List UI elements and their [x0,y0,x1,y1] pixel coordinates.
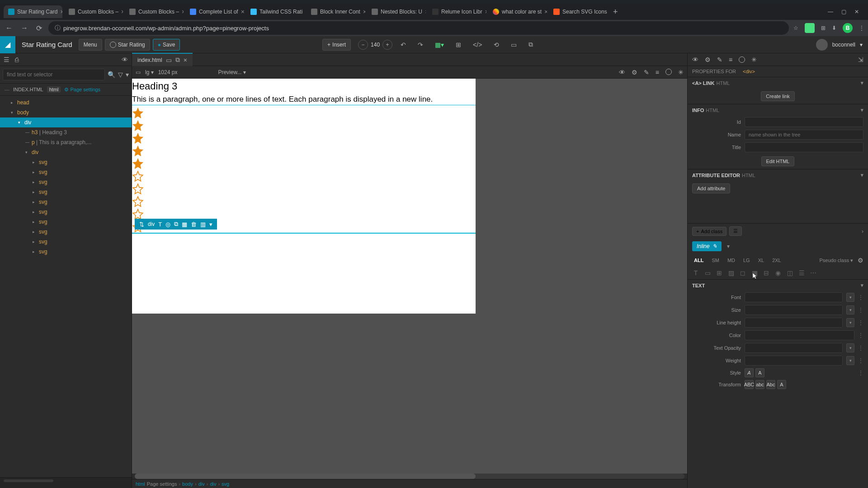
star-filled-icon[interactable] [132,107,144,119]
style-normal-button[interactable]: A [745,368,754,377]
tree-node-svg[interactable]: ▸svg [0,237,132,247]
spacing-cat-icon[interactable]: ⊞ [716,269,723,277]
browser-tab[interactable]: Search SVG Icons× [549,5,608,18]
menu-icon[interactable]: ⋮ [859,25,864,31]
chevron-down-icon[interactable]: ▾ [846,343,854,352]
eye-icon[interactable]: 👁 [692,56,698,63]
bug-icon[interactable]: ✳ [678,69,684,76]
print-icon[interactable]: ⎙ [15,56,19,63]
close-tab-icon[interactable]: × [184,56,187,64]
layout-cat-icon[interactable]: ▦ [751,269,758,277]
chevron-down-icon[interactable]: ▾ [846,356,854,365]
breakpoint-md[interactable]: MD [726,257,737,264]
columns-icon[interactable]: ▥ [200,221,206,228]
profile-icon[interactable]: B [843,23,853,33]
browser-tab[interactable]: Complete List of× [185,5,244,18]
class-icon[interactable]: ≡ [729,56,732,63]
expand-icon[interactable]: ⇲ [858,56,863,63]
browser-tab[interactable]: Block Inner Cont× [307,5,365,18]
new-tab-button[interactable]: + [609,7,622,17]
star-empty-icon[interactable] [132,170,144,182]
class-list-button[interactable]: ☰ [729,226,742,236]
style-italic-button[interactable]: A [755,368,764,377]
effects-cat-icon[interactable]: ◫ [786,269,793,277]
transform-none-button[interactable]: A [777,380,786,389]
copy-icon[interactable]: ⧉ [525,39,537,50]
back-icon[interactable]: ← [4,22,14,34]
settings-icon[interactable]: ⚙ [705,56,711,63]
save-button[interactable]: ●Save [153,39,180,51]
edit-html-button[interactable]: Edit HTML [761,156,795,166]
maximize-icon[interactable]: ▢ [841,9,846,15]
refresh-icon[interactable]: ⟲ [490,39,503,50]
chevron-down-icon[interactable]: ▾ [727,243,730,249]
tree-node-p[interactable]: —p | This is a paragraph,... [0,137,132,147]
flex-cat-icon[interactable]: ⊟ [763,269,770,277]
horizontal-scrollbar[interactable] [135,474,684,479]
transform-upper-button[interactable]: ABC [745,380,754,389]
extensions-icon[interactable]: ⊞ [821,25,826,31]
pinegrow-logo-icon[interactable]: ◢ [0,36,15,53]
breakpoint-2xl[interactable]: 2XL [770,257,783,264]
breakpoint-sm[interactable]: SM [710,257,721,264]
color-input[interactable] [745,330,854,340]
pseudo-class-dropdown[interactable]: Pseudo class ▾ [820,258,854,263]
scrollbar[interactable] [4,479,53,482]
list-icon[interactable]: ☰ [4,56,9,63]
browser-tab[interactable]: Star Rating Card× [4,5,62,18]
minimize-icon[interactable]: — [828,9,833,15]
chevron-down-icon[interactable]: ▾ [860,42,863,48]
user-avatar[interactable] [816,39,828,51]
url-input[interactable]: ⓘpinegrow.brendan-oconnell.com/wp-admin/… [48,21,789,35]
settings-icon[interactable]: ⚙ [632,69,637,76]
size-cat-icon[interactable]: ◻ [739,269,746,277]
star-empty-icon[interactable] [132,183,144,195]
star-filled-icon[interactable] [132,132,144,144]
extension-icon[interactable] [805,23,815,33]
component-button[interactable]: Star Rating [105,39,150,51]
tree-search-input[interactable] [3,69,105,80]
forward-icon[interactable]: → [19,22,30,34]
close-window-icon[interactable]: ✕ [854,9,859,15]
zoom-in-button[interactable]: + [382,40,392,50]
undo-icon[interactable]: ↶ [397,39,410,50]
bookmark-icon[interactable]: ☆ [793,25,798,31]
size-input[interactable] [745,305,843,315]
filter-icon[interactable]: ▽ [118,71,123,78]
search-icon[interactable]: 🔍 [108,71,115,78]
move-icon[interactable]: ⇅ [139,221,144,228]
weight-input[interactable] [745,356,843,366]
breakpoint-selector[interactable]: lg ▾ [145,69,154,75]
tree-node-svg[interactable]: ▸svg [0,207,132,217]
menu-button[interactable]: Menu [79,39,102,51]
device-icon[interactable]: ▭ [166,56,172,64]
title-input[interactable] [745,142,863,152]
viewport-icon[interactable]: ▭ [136,69,141,75]
page-canvas[interactable]: Heading 3 This is a paragraph, one or mo… [132,79,476,314]
duplicate-icon[interactable]: ⧉ [174,221,178,228]
info-section-header[interactable]: INFOHTML▾ [688,104,868,116]
eye-icon[interactable]: 👁 [122,56,128,63]
attr-section-header[interactable]: ATTRIBUTE EDITORHTML▾ [688,169,868,181]
inline-style-badge[interactable]: Inline✎ [692,241,722,251]
file-tab[interactable]: index.html ▭ ⧉ × [132,53,193,66]
filter-icon[interactable]: ⚙ [858,257,863,264]
create-link-button[interactable]: Create link [761,91,795,101]
chevron-down-icon[interactable]: ▾ [126,71,129,78]
wordpress-icon[interactable] [665,69,672,75]
pos-cat-icon[interactable]: ◉ [774,269,782,277]
grid-icon[interactable]: ▦ [182,221,187,228]
link-section-header[interactable]: <A> LINKHTML▾ [688,77,868,89]
tree-node-svg[interactable]: ▸svg [0,217,132,227]
browser-icon[interactable]: ▭ [507,39,520,50]
heading[interactable]: Heading 3 [132,79,476,94]
browser-tab[interactable]: Tailwind CSS Rati× [246,5,305,18]
browser-tab[interactable]: Nested Blocks: U× [367,5,426,18]
add-attribute-button[interactable]: Add attribute [692,183,730,193]
redo-icon[interactable]: ↷ [414,39,427,50]
code-icon[interactable]: </> [469,39,486,50]
border-cat-icon[interactable]: ▭ [704,269,711,277]
browser-tab[interactable]: Custom Blocks –× [64,5,123,18]
bg-cat-icon[interactable]: ▨ [727,269,735,277]
browser-tab[interactable]: Custom Blocks –× [125,5,184,18]
